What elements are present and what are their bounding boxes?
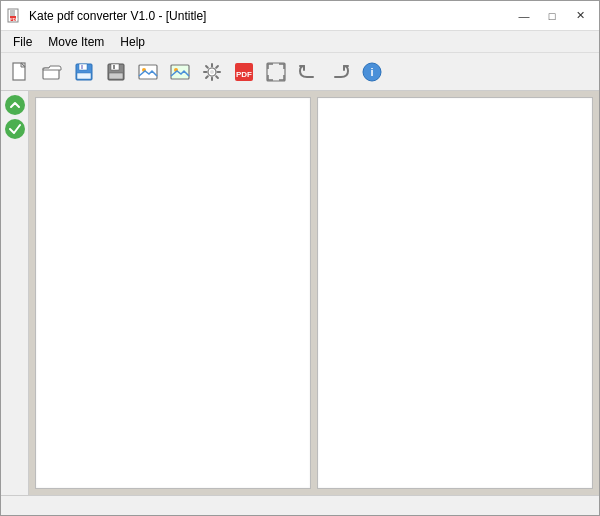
save2-icon	[105, 61, 127, 83]
open-icon	[41, 61, 63, 83]
svg-text:PDF: PDF	[10, 17, 19, 22]
pdf-icon: PDF	[233, 61, 255, 83]
fit-button[interactable]	[261, 57, 291, 87]
up-arrow-icon	[9, 99, 21, 111]
menu-file[interactable]: File	[5, 33, 40, 51]
svg-line-25	[216, 76, 218, 78]
canvas-panel-right[interactable]	[317, 97, 593, 489]
info-button[interactable]: i	[357, 57, 387, 87]
close-button[interactable]: ✕	[567, 6, 593, 26]
menu-help[interactable]: Help	[112, 33, 153, 51]
canvas-area	[29, 91, 599, 495]
svg-point-19	[210, 70, 214, 74]
save2-button[interactable]	[101, 57, 131, 87]
svg-rect-14	[139, 65, 157, 79]
svg-text:PDF: PDF	[236, 70, 252, 79]
save-icon	[73, 61, 95, 83]
new-button[interactable]	[5, 57, 35, 87]
save-button[interactable]	[69, 57, 99, 87]
redo-icon	[329, 61, 351, 83]
fit-icon	[265, 61, 287, 83]
app-icon: PDF	[7, 8, 23, 24]
up-button[interactable]	[5, 95, 25, 115]
svg-rect-9	[81, 65, 83, 69]
maximize-button[interactable]: □	[539, 6, 565, 26]
app-window: PDF Kate pdf converter V1.0 - [Untitle] …	[0, 0, 600, 516]
new-file-icon	[9, 61, 31, 83]
svg-rect-16	[171, 65, 189, 79]
open-button[interactable]	[37, 57, 67, 87]
settings-icon	[201, 61, 223, 83]
checkmark-icon	[9, 123, 21, 135]
main-content	[1, 91, 599, 495]
image-icon	[137, 61, 159, 83]
info-icon: i	[361, 61, 383, 83]
svg-rect-12	[109, 73, 123, 79]
svg-rect-8	[77, 73, 91, 79]
svg-text:i: i	[371, 66, 374, 78]
pdf-button[interactable]: PDF	[229, 57, 259, 87]
down-button[interactable]	[5, 119, 25, 139]
svg-line-27	[206, 76, 208, 78]
minimize-button[interactable]: —	[511, 6, 537, 26]
title-bar-left: PDF Kate pdf converter V1.0 - [Untitle]	[7, 8, 206, 24]
undo-button[interactable]	[293, 57, 323, 87]
image-button[interactable]	[133, 57, 163, 87]
canvas-panel-left[interactable]	[35, 97, 311, 489]
menu-bar: File Move Item Help	[1, 31, 599, 53]
toolbar: PDF	[1, 53, 599, 91]
image2-button[interactable]	[165, 57, 195, 87]
svg-line-26	[216, 66, 218, 68]
image2-icon	[169, 61, 191, 83]
title-bar-controls: — □ ✕	[511, 6, 593, 26]
window-title: Kate pdf converter V1.0 - [Untitle]	[29, 9, 206, 23]
status-bar	[1, 495, 599, 515]
sidebar	[1, 91, 29, 495]
redo-button[interactable]	[325, 57, 355, 87]
svg-rect-13	[113, 65, 115, 69]
settings-button[interactable]	[197, 57, 227, 87]
undo-icon	[297, 61, 319, 83]
title-bar: PDF Kate pdf converter V1.0 - [Untitle] …	[1, 1, 599, 31]
menu-move-item[interactable]: Move Item	[40, 33, 112, 51]
svg-line-24	[206, 66, 208, 68]
svg-rect-30	[267, 63, 285, 81]
